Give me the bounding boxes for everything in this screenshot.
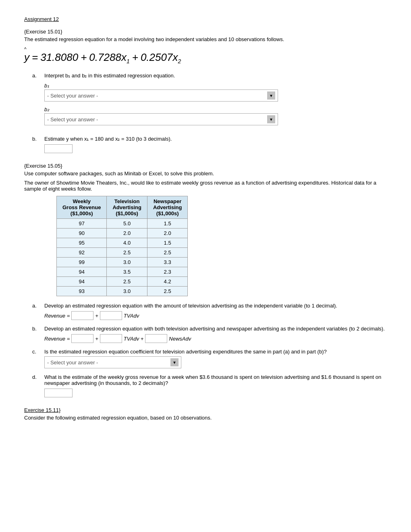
table-cell: 3.5 — [107, 267, 147, 277]
eq-plus2: + — [132, 51, 138, 64]
eq-y: y — [24, 51, 29, 64]
b2-label: b₂ — [44, 106, 387, 112]
revenue-c0-b-input[interactable] — [71, 334, 93, 343]
revenue-label-b: Revenue = — [44, 336, 70, 342]
part-a-text: Interpret b₁ and b₂ in this estimated re… — [44, 73, 387, 79]
part-b-section: b. Estimate y when x₁ = 180 and x₂ = 310… — [32, 136, 387, 153]
1505-part-a-content: Develop an estimated regression equation… — [44, 303, 387, 320]
exercise-1505-section: {Exercise 15.05} Use computer software p… — [24, 163, 387, 397]
table-cell: 94 — [57, 277, 107, 287]
1505-part-a-section: a. Develop an estimated regression equat… — [32, 303, 387, 320]
exercise-1511-desc: Consider the following estimated regress… — [24, 415, 387, 421]
table-cell: 90 — [57, 229, 107, 238]
plus-a: + — [95, 313, 98, 319]
table-cell: 2.5 — [107, 248, 147, 258]
part-a-label: a. — [32, 73, 44, 79]
table-cell: 1.5 — [147, 238, 188, 248]
eq-equals: = — [32, 51, 38, 64]
1505-part-b-text: Develop an estimated regression equation… — [44, 326, 387, 332]
tvadv-a: TVAdv — [124, 313, 139, 319]
exercise-1505-desc2: The owner of Showtime Movie Theaters, In… — [24, 180, 387, 192]
table-cell: 4.2 — [147, 277, 188, 287]
col-header-newspaper: NewspaperAdvertising($1,000s) — [147, 196, 188, 219]
b1-dropdown-arrow[interactable]: ▼ — [267, 91, 275, 100]
1505-part-a-label: a. — [32, 303, 44, 309]
eq-plus1: + — [81, 51, 87, 64]
table-cell: 92 — [57, 248, 107, 258]
b2-dropdown-text: - Select your answer - — [47, 116, 267, 123]
1505-part-d-text: What is the estimate of the weekly gross… — [44, 374, 387, 386]
table-cell: 3.3 — [147, 258, 188, 267]
part-b-label: b. — [32, 136, 44, 142]
exercise-1511-header: Exercise 15.11} — [24, 407, 387, 413]
1505-part-c-section: c. Is the estimated regression equation … — [32, 349, 387, 368]
exercise-1505-desc1: Use computer software packages, such as … — [24, 170, 387, 177]
table-cell: 99 — [57, 258, 107, 267]
eq-c2: 0.2507x2 — [141, 51, 181, 64]
b1-dropdown-text: - Select your answer - — [47, 93, 267, 99]
equation-main: y = 31.8080 + 0.7288x1 + 0.2507x2 — [24, 51, 387, 64]
table-cell: 2.5 — [147, 287, 188, 296]
table-cell: 97 — [57, 219, 107, 229]
equation-container: ^ y = 31.8080 + 0.7288x1 + 0.2507x2 — [24, 46, 387, 64]
1505-part-c-text: Is the estimated regression equation coe… — [44, 349, 387, 355]
part-a-content: Interpret b₁ and b₂ in this estimated re… — [44, 73, 387, 130]
revenue-eq-b: Revenue = + TVAdv + NewsAdv — [44, 334, 387, 343]
table-cell: 2.3 — [147, 267, 188, 277]
tvadv-b: TVAdv + — [124, 336, 144, 342]
1505-part-c-content: Is the estimated regression equation coe… — [44, 349, 387, 368]
c-dropdown-text: - Select your answer - — [47, 360, 170, 366]
plus1-b: + — [95, 336, 98, 342]
1505-part-d-label: d. — [32, 374, 44, 380]
part-a-section: a. Interpret b₁ and b₂ in this estimated… — [32, 73, 387, 130]
table-cell: 3.0 — [107, 287, 147, 296]
table-cell: 3.0 — [107, 258, 147, 267]
b2-dropdown-arrow[interactable]: ▼ — [267, 115, 275, 123]
revenue-c2-b-input[interactable] — [145, 334, 167, 343]
part-b-content: Estimate y when x₁ = 180 and x₂ = 310 (t… — [44, 136, 387, 153]
revenue-c0-a-input[interactable] — [71, 311, 93, 320]
b1-dropdown[interactable]: - Select your answer - ▼ — [44, 89, 278, 102]
table-cell: 93 — [57, 287, 107, 296]
exercise-1501-header: {Exercise 15.01} — [24, 29, 387, 35]
table-cell: 2.0 — [107, 229, 147, 238]
data-table-container: WeeklyGross Revenue($1,000s) TelevisionA… — [56, 196, 387, 296]
1505-part-b-label: b. — [32, 326, 44, 332]
exercise-1501-desc: The estimated regression equation for a … — [24, 36, 387, 42]
1505-part-b-content: Develop an estimated regression equation… — [44, 326, 387, 343]
1505-part-d-content: What is the estimate of the weekly gross… — [44, 374, 387, 397]
exercise-1501-section: {Exercise 15.01} The estimated regressio… — [24, 29, 387, 153]
eq-c0: 31.8080 — [40, 51, 78, 64]
part-b-text: Estimate y when x₁ = 180 and x₂ = 310 (t… — [44, 136, 387, 142]
exercise-1505-header: {Exercise 15.05} — [24, 163, 387, 169]
table-cell: 94 — [57, 267, 107, 277]
part-d-answer-input[interactable] — [44, 389, 73, 397]
revenue-c1-a-input[interactable] — [100, 311, 122, 320]
c-dropdown-arrow[interactable]: ▼ — [170, 358, 179, 366]
col-header-weekly: WeeklyGross Revenue($1,000s) — [57, 196, 107, 219]
c-dropdown[interactable]: - Select your answer - ▼ — [44, 356, 181, 368]
eq-c1: 0.7288x1 — [89, 51, 129, 64]
b2-dropdown[interactable]: - Select your answer - ▼ — [44, 113, 278, 125]
part-b-answer-input[interactable] — [44, 144, 73, 153]
table-cell: 1.5 — [147, 219, 188, 229]
1505-part-a-text: Develop an estimated regression equation… — [44, 303, 387, 309]
revenue-label-a: Revenue = — [44, 313, 70, 319]
1505-part-c-label: c. — [32, 349, 44, 355]
b1-label: b₁ — [44, 83, 387, 89]
col-header-tv: TelevisionAdvertising($1,000s) — [107, 196, 147, 219]
assignment-title: Assignment 12 — [24, 16, 387, 22]
table-cell: 2.5 — [147, 248, 188, 258]
table-cell: 4.0 — [107, 238, 147, 248]
data-table: WeeklyGross Revenue($1,000s) TelevisionA… — [56, 196, 188, 296]
table-cell: 5.0 — [107, 219, 147, 229]
table-cell: 2.0 — [147, 229, 188, 238]
1505-part-b-section: b. Develop an estimated regression equat… — [32, 326, 387, 343]
table-cell: 95 — [57, 238, 107, 248]
revenue-c1-b-input[interactable] — [100, 334, 122, 343]
table-cell: 2.5 — [107, 277, 147, 287]
1505-part-d-section: d. What is the estimate of the weekly gr… — [32, 374, 387, 397]
revenue-eq-a: Revenue = + TVAdv — [44, 311, 387, 320]
newsadv-b: NewsAdv — [169, 336, 191, 342]
exercise-1511-section: Exercise 15.11} Consider the following e… — [24, 407, 387, 421]
